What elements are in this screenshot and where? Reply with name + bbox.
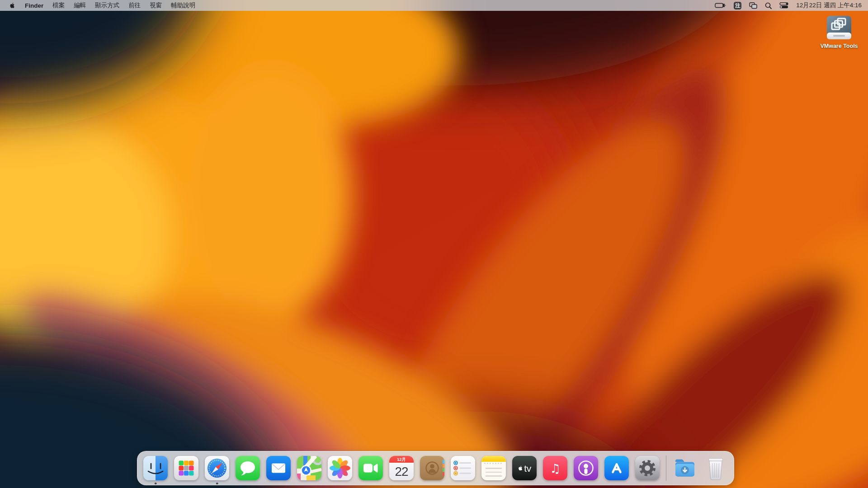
menu-bar-clock[interactable]: 12月22日 週四 上午4:16: [796, 1, 862, 9]
apple-tv-icon: tv: [512, 456, 537, 480]
dock-separator: [666, 455, 666, 481]
vmware-tools-drive-icon: [823, 15, 855, 42]
apple-logo-icon: [518, 465, 524, 472]
battery-icon[interactable]: [715, 3, 726, 8]
dock-item-trash[interactable]: [703, 456, 728, 480]
screen-mirroring-icon[interactable]: [749, 2, 757, 9]
app-store-icon: [604, 456, 629, 480]
desktop-wallpaper: [0, 0, 868, 488]
music-icon: ♫: [543, 456, 567, 480]
dock-item-music[interactable]: ♫: [543, 456, 567, 480]
maps-icon: [297, 456, 321, 480]
finder-icon: [143, 456, 168, 480]
downloads-folder-icon: [673, 456, 697, 480]
dock-item-app-store[interactable]: [604, 456, 629, 480]
input-method-badge[interactable]: 注: [734, 2, 741, 9]
menu-bar-status: 注 12月22日 週四 上午4:16: [715, 1, 862, 9]
apple-tv-label: tv: [524, 464, 531, 473]
dock-item-photos[interactable]: [328, 456, 352, 480]
launchpad-icon: [174, 456, 198, 480]
dock-item-safari[interactable]: [205, 456, 229, 480]
dock: 12月 22: [137, 451, 734, 485]
dock-item-reminders[interactable]: [451, 456, 475, 480]
dock-item-apple-tv[interactable]: tv: [512, 456, 537, 480]
dock-item-messages[interactable]: [236, 456, 260, 480]
safari-icon: [205, 456, 229, 480]
messages-icon: [236, 456, 260, 480]
search-icon[interactable]: [765, 2, 772, 9]
menu-window[interactable]: 視窗: [145, 1, 166, 9]
apple-logo-icon: [9, 1, 16, 9]
menu-go[interactable]: 前往: [124, 1, 145, 9]
menu-bar: Finder 檔案 編輯 顯示方式 前往 視窗 輔助說明 注: [0, 0, 868, 11]
notes-yellow-band: [481, 456, 506, 462]
dock-item-notes[interactable]: [481, 456, 506, 480]
dock-item-facetime[interactable]: [359, 456, 383, 480]
menu-file[interactable]: 檔案: [48, 1, 69, 9]
dock-item-contacts[interactable]: [420, 456, 444, 480]
apple-menu[interactable]: [6, 1, 20, 9]
dock-item-finder[interactable]: [143, 456, 168, 480]
mail-icon: [266, 456, 291, 480]
system-settings-icon: [635, 456, 660, 480]
control-center-icon[interactable]: [779, 2, 788, 9]
facetime-icon: [359, 456, 383, 480]
dock-item-podcasts[interactable]: [574, 456, 598, 480]
menu-help[interactable]: 輔助說明: [166, 1, 200, 9]
desktop-icon-vmware-tools[interactable]: VMware Tools: [813, 15, 865, 49]
dock-item-maps[interactable]: [297, 456, 321, 480]
menu-view[interactable]: 顯示方式: [90, 1, 124, 9]
contacts-icon: [420, 456, 444, 480]
menu-bar-left: Finder 檔案 編輯 顯示方式 前往 視窗 輔助說明: [6, 1, 200, 9]
calendar-icon: 12月 22: [389, 456, 414, 480]
dock-item-launchpad[interactable]: [174, 456, 198, 480]
menu-app-name[interactable]: Finder: [20, 2, 48, 9]
dock-item-calendar[interactable]: 12月 22: [389, 456, 414, 480]
menu-edit[interactable]: 編輯: [69, 1, 90, 9]
desktop-icon-label: VMware Tools: [820, 43, 858, 49]
music-note-glyph: ♫: [550, 462, 561, 474]
notes-lines: [481, 464, 506, 481]
photos-icon: [328, 456, 352, 480]
dock-item-mail[interactable]: [266, 456, 291, 480]
calendar-day-label: 22: [389, 463, 414, 480]
dock-item-downloads[interactable]: [673, 456, 697, 480]
trash-icon: [703, 456, 728, 480]
calendar-month-label: 12月: [389, 456, 414, 463]
reminders-icon: [451, 456, 475, 480]
dock-item-system-settings[interactable]: [635, 456, 660, 480]
notes-icon: [481, 456, 506, 480]
podcasts-icon: [574, 456, 598, 480]
